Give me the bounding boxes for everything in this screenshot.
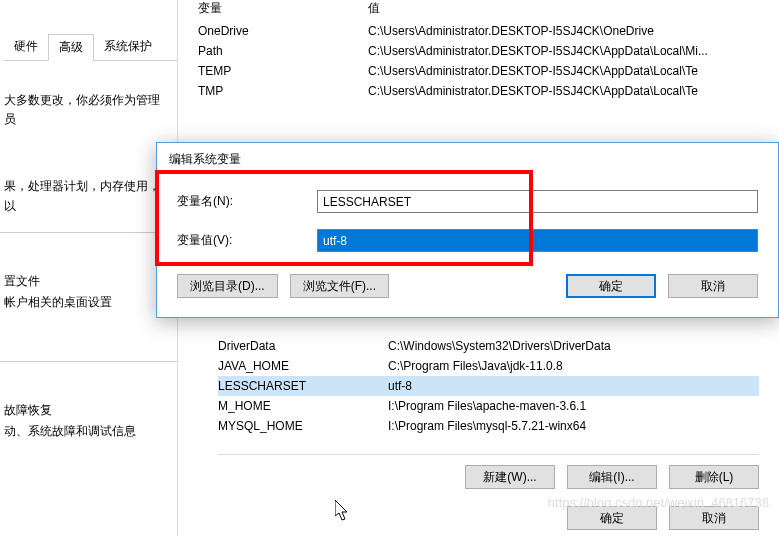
profile-section-text: 帐户相关的桌面设置 bbox=[4, 294, 177, 311]
env-value: C:\Windows\System32\Drivers\DriverData bbox=[388, 339, 759, 353]
watermark-text: https://blog.csdn.net/weixin_46816738 bbox=[548, 495, 769, 510]
system-env-list[interactable]: DriverData C:\Windows\System32\Drivers\D… bbox=[218, 336, 759, 436]
user-env-list[interactable]: OneDrive C:\Users\Administrator.DESKTOP-… bbox=[178, 17, 779, 105]
env-name: Path bbox=[198, 44, 368, 58]
env-value: I:\Program Files\apache-maven-3.6.1 bbox=[388, 399, 759, 413]
dialog-cancel-button[interactable]: 取消 bbox=[668, 274, 758, 298]
col-header-name[interactable]: 变量 bbox=[198, 0, 368, 17]
dialog-ok-button[interactable]: 确定 bbox=[566, 274, 656, 298]
system-properties-left-panel: 硬件 高级 系统保护 大多数更改，你必须作为管理员 果，处理器计划，内存使用，以… bbox=[0, 0, 178, 536]
edit-button[interactable]: 编辑(I)... bbox=[567, 465, 657, 489]
tab-system-protection[interactable]: 系统保护 bbox=[94, 34, 162, 60]
env-row[interactable]: M_HOME I:\Program Files\apache-maven-3.6… bbox=[218, 396, 759, 416]
env-value: C:\Program Files\Java\jdk-11.0.8 bbox=[388, 359, 759, 373]
var-value-label: 变量值(V): bbox=[177, 232, 317, 249]
env-row[interactable]: TMP C:\Users\Administrator.DESKTOP-I5SJ4… bbox=[198, 81, 759, 101]
env-name: JAVA_HOME bbox=[218, 359, 388, 373]
new-button[interactable]: 新建(W)... bbox=[465, 465, 555, 489]
env-name: TMP bbox=[198, 84, 368, 98]
env-name: DriverData bbox=[218, 339, 388, 353]
env-name: LESSCHARSET bbox=[218, 379, 388, 393]
recovery-section-text: 动、系统故障和调试信息 bbox=[4, 423, 177, 440]
env-value: C:\Users\Administrator.DESKTOP-I5SJ4CK\O… bbox=[368, 24, 759, 38]
env-row[interactable]: Path C:\Users\Administrator.DESKTOP-I5SJ… bbox=[198, 41, 759, 61]
env-name: M_HOME bbox=[218, 399, 388, 413]
var-name-input[interactable] bbox=[317, 190, 758, 213]
edit-env-dialog: 编辑系统变量 变量名(N): 变量值(V): 浏览目录(D)... 浏览文件(F… bbox=[156, 142, 779, 318]
tab-advanced[interactable]: 高级 bbox=[48, 34, 94, 61]
col-header-value[interactable]: 值 bbox=[368, 0, 759, 17]
env-row[interactable]: LESSCHARSET utf-8 bbox=[218, 376, 759, 396]
admin-note: 大多数更改，你必须作为管理员 bbox=[0, 61, 177, 129]
delete-button[interactable]: 删除(L) bbox=[669, 465, 759, 489]
env-header-row: 变量 值 bbox=[178, 0, 779, 17]
browse-dir-button[interactable]: 浏览目录(D)... bbox=[177, 274, 278, 298]
env-name: OneDrive bbox=[198, 24, 368, 38]
env-row[interactable]: DriverData C:\Windows\System32\Drivers\D… bbox=[218, 336, 759, 356]
env-row[interactable]: MYSQL_HOME I:\Program Files\mysql-5.7.21… bbox=[218, 416, 759, 436]
env-value: C:\Users\Administrator.DESKTOP-I5SJ4CK\A… bbox=[368, 84, 759, 98]
env-row[interactable]: JAVA_HOME C:\Program Files\Java\jdk-11.0… bbox=[218, 356, 759, 376]
env-row[interactable]: TEMP C:\Users\Administrator.DESKTOP-I5SJ… bbox=[198, 61, 759, 81]
dialog-title: 编辑系统变量 bbox=[157, 143, 778, 176]
env-name: MYSQL_HOME bbox=[218, 419, 388, 433]
env-value: I:\Program Files\mysql-5.7.21-winx64 bbox=[388, 419, 759, 433]
env-value: C:\Users\Administrator.DESKTOP-I5SJ4CK\A… bbox=[368, 44, 759, 58]
browse-file-button[interactable]: 浏览文件(F)... bbox=[290, 274, 389, 298]
tab-bar: 硬件 高级 系统保护 bbox=[4, 34, 177, 61]
system-env-buttons: 新建(W)... 编辑(I)... 删除(L) bbox=[218, 454, 759, 489]
tab-hardware[interactable]: 硬件 bbox=[4, 34, 48, 60]
env-row[interactable]: OneDrive C:\Users\Administrator.DESKTOP-… bbox=[198, 21, 759, 41]
var-value-input[interactable] bbox=[317, 229, 758, 252]
recovery-section-title: 故障恢复 bbox=[4, 402, 177, 419]
perf-note: 果，处理器计划，内存使用，以 bbox=[0, 147, 177, 215]
env-value: C:\Users\Administrator.DESKTOP-I5SJ4CK\A… bbox=[368, 64, 759, 78]
var-name-label: 变量名(N): bbox=[177, 193, 317, 210]
env-value: utf-8 bbox=[388, 379, 759, 393]
env-name: TEMP bbox=[198, 64, 368, 78]
profile-section-title: 置文件 bbox=[4, 273, 177, 290]
